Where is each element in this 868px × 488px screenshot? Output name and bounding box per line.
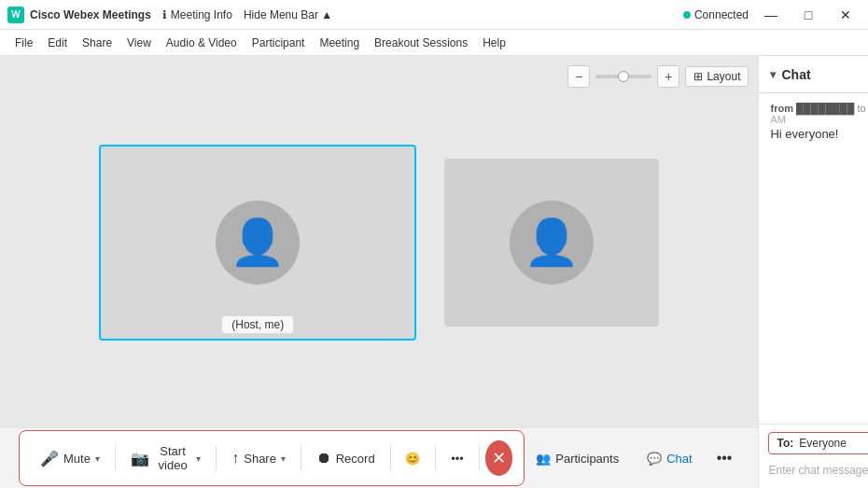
share-button[interactable]: ↑ Share ▾ (222, 444, 295, 472)
mute-label: Mute (63, 452, 91, 466)
video-label: Start video (154, 444, 192, 472)
app-logo: W Cisco Webex Meetings (7, 7, 151, 23)
menu-view[interactable]: View (119, 33, 159, 53)
host-avatar-icon: 👤 (230, 216, 286, 269)
zoom-slider[interactable] (595, 75, 651, 78)
titlebar: W Cisco Webex Meetings ℹ Meeting Info Hi… (0, 0, 868, 30)
participants-button[interactable]: 👥 Participants (525, 446, 630, 471)
emoji-icon: 😊 (405, 452, 420, 466)
to-dropdown[interactable]: Everyone (799, 437, 868, 450)
menu-edit[interactable]: Edit (40, 33, 75, 53)
host-name-tag: (Host, me) (222, 316, 293, 333)
chat-messages: from ████████ to everyone: 10:47 AM Hi e… (759, 93, 868, 424)
titlebar-left: W Cisco Webex Meetings ℹ Meeting Info Hi… (7, 7, 332, 23)
chat-input[interactable]: Enter chat message here (768, 460, 868, 481)
guest-avatar-icon: 👤 (524, 216, 580, 269)
chat-panel: ▾ Chat ✕ from ████████ to everyone: 10:4… (758, 56, 868, 488)
more-icon: ••• (451, 452, 464, 466)
menu-meeting[interactable]: Meeting (312, 33, 367, 53)
start-video-button[interactable]: 📷 Start video ▾ (121, 439, 211, 478)
video-icon: 📷 (131, 450, 149, 467)
emoji-button[interactable]: 😊 (396, 446, 429, 471)
message-meta: from ████████ to everyone: 10:47 AM (770, 103, 868, 125)
menu-help[interactable]: Help (475, 33, 513, 53)
main-area: − + ⊞ Layout 👤 (Host, me) 👤 (0, 56, 868, 488)
app-name: Cisco Webex Meetings (30, 8, 151, 21)
menu-audio-video[interactable]: Audio & Video (159, 33, 245, 53)
controls-right: 👥 Participants 💬 Chat ••• (525, 444, 739, 472)
chat-icon: 💬 (647, 452, 662, 466)
end-call-button[interactable]: ✕ (485, 440, 513, 476)
divider-5 (435, 445, 436, 471)
video-arrow: ▾ (196, 453, 201, 464)
titlebar-right: Connected — □ ✕ (683, 0, 861, 30)
zoom-in-button[interactable]: + (657, 65, 679, 88)
controls-center: 🎤 Mute ▾ 📷 Start video ▾ ↑ Share ▾ (19, 430, 525, 486)
divider-3 (301, 445, 301, 471)
share-icon: ↑ (231, 450, 239, 467)
mute-arrow: ▾ (95, 453, 100, 464)
record-label: Record (336, 452, 375, 466)
chat-message: from ████████ to everyone: 10:47 AM Hi e… (770, 103, 868, 141)
meeting-info-label: Meeting Info (171, 8, 232, 21)
participants-icon: 👥 (536, 452, 551, 466)
connected-dot (683, 11, 691, 19)
guest-video-tile[interactable]: 👤 (444, 159, 659, 327)
layout-icon: ⊞ (693, 70, 703, 83)
layout-label: Layout (707, 70, 740, 83)
to-label: To: (777, 437, 793, 450)
to-field: To: Everyone ▾ (768, 432, 868, 454)
menu-participant[interactable]: Participant (245, 33, 313, 53)
info-icon: ℹ (162, 8, 167, 21)
zoom-toolbar: − + ⊞ Layout (567, 65, 749, 88)
chat-title: Chat (781, 67, 810, 82)
more-options-button[interactable]: ••• (441, 446, 473, 471)
bottom-toolbar: 🎤 Mute ▾ 📷 Start video ▾ ↑ Share ▾ (0, 428, 758, 488)
chat-button[interactable]: 💬 Chat (636, 446, 703, 471)
maximize-button[interactable]: □ (793, 0, 823, 30)
participants-label: Participants (555, 452, 619, 466)
divider-4 (390, 445, 391, 471)
record-button[interactable]: ⏺ Record (307, 444, 385, 472)
chat-label: Chat (666, 452, 692, 466)
record-icon: ⏺ (316, 450, 331, 467)
divider-1 (115, 445, 116, 471)
end-call-icon: ✕ (492, 448, 506, 468)
hide-menu-button[interactable]: Hide Menu Bar ▲ (244, 8, 332, 21)
divider-2 (216, 445, 217, 471)
chat-title-group: ▾ Chat (770, 67, 810, 82)
chat-header: ▾ Chat ✕ (759, 56, 868, 93)
right-more-button[interactable]: ••• (709, 444, 740, 472)
divider-6 (479, 445, 480, 471)
guest-avatar: 👤 (510, 201, 594, 285)
mute-icon: 🎤 (40, 450, 59, 467)
message-sender: from ████████ (770, 103, 854, 114)
chat-footer: To: Everyone ▾ Enter chat message here (759, 424, 868, 488)
menu-breakout[interactable]: Breakout Sessions (367, 33, 475, 53)
hide-menu-label: Hide Menu Bar (244, 8, 318, 21)
menu-file[interactable]: File (7, 33, 40, 53)
connected-label: Connected (694, 8, 749, 21)
mute-button[interactable]: 🎤 Mute ▾ (31, 444, 109, 473)
chevron-up-icon: ▲ (321, 8, 332, 21)
layout-button[interactable]: ⊞ Layout (685, 66, 749, 87)
message-text: Hi everyone! (770, 127, 868, 141)
host-video-tile[interactable]: 👤 (Host, me) (99, 145, 416, 341)
webex-icon: W (7, 7, 24, 23)
zoom-slider-thumb (618, 71, 629, 82)
meeting-info-button[interactable]: ℹ Meeting Info (162, 8, 232, 21)
connection-status: Connected (683, 8, 749, 21)
video-grid: 👤 (Host, me) 👤 (0, 56, 758, 428)
menubar: File Edit Share View Audio & Video Parti… (0, 30, 868, 56)
host-avatar: 👤 (216, 201, 300, 285)
close-button[interactable]: ✕ (831, 0, 861, 30)
share-arrow: ▾ (281, 453, 286, 464)
zoom-out-button[interactable]: − (567, 65, 590, 88)
video-area: − + ⊞ Layout 👤 (Host, me) 👤 (0, 56, 758, 488)
share-label: Share (244, 452, 276, 466)
minimize-button[interactable]: — (756, 0, 786, 30)
chat-expand-icon: ▾ (770, 68, 776, 81)
menu-share[interactable]: Share (75, 33, 119, 53)
message-recipient: to everyone: (857, 103, 868, 114)
